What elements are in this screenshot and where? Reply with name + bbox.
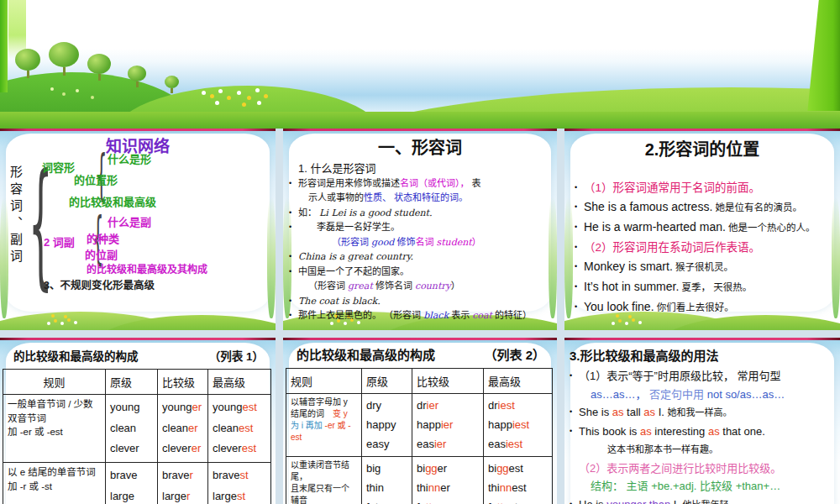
slide-top-line (283, 129, 557, 131)
bullet-icon: • (570, 423, 579, 441)
text-line: • China is a great country. (289, 249, 553, 265)
tree-node: 2 词副 (44, 234, 75, 249)
tree-node: 词容形 (42, 159, 75, 175)
column-header: 比较级 (158, 370, 208, 395)
text-line: • （形容词 good 修饰名词 student） (289, 235, 553, 250)
slide6-body: • （1）表示“等于”时用原级比较， 常用句型 • as…as…， 否定句中用 … (564, 365, 840, 504)
slide6-title: 3.形比较级和最高级的用法 (564, 338, 840, 365)
table-header-row: 规则 原级 比较级 最高级 (286, 369, 553, 394)
slide2-body: • 1. 什么是形容词 • 形容词是用来修饰或描述名词（或代词）， 表 • 示人… (283, 159, 557, 323)
slide-thumbnail-6[interactable]: 3.形比较级和最高级的用法 • （1）表示“等于”时用原级比较， 常用句型 • … (564, 338, 840, 504)
banner-tree-trunk-left-icon (0, 0, 8, 92)
table-header-row: 规则 原级 比较级 最高级 (3, 370, 271, 395)
column-header: 规则 (3, 370, 106, 395)
slide-grid: 知识网络 形容词、副词 { { { 词容形 什么是形 的位置形 的比较级和最高级… (0, 129, 840, 504)
tree-node: 什么是副 (108, 213, 151, 229)
slide5-title: 的比较级和最高级的构成 (297, 345, 435, 363)
comparative-table-1: 规则 原级 比较级 最高级 一般单音节词 / 少数 双音节词 加 -er 或 -… (3, 369, 271, 504)
text-line: • 那件上衣是黑色的。 （形容词 black 表示 coat 的特征） (289, 308, 553, 323)
text-line: • Monkey is smart. 猴子很机灵。 (575, 257, 837, 277)
bullet-icon: • (289, 206, 298, 221)
slide4-list-tag: （列表 1） (209, 347, 264, 364)
slide3-title: 2.形容词的位置 (564, 129, 840, 160)
text-line: • This book is as interesting as that on… (570, 423, 838, 441)
column-header: 比较级 (412, 369, 484, 394)
text-line: • It’s hot in summer. 夏季， 天很热。 (575, 277, 837, 297)
bullet-icon: • (289, 249, 298, 265)
bullet-icon: • (575, 178, 584, 197)
slide-thumbnail-4[interactable]: 的比较级和最高级的构成 （列表 1） 规则 原级 比较级 最高级 (0, 338, 276, 504)
text-line: • （1）形容词通常用于名词的前面。 (575, 178, 837, 197)
text-line: • She is a famous actress. 她是位有名的演员。 (575, 197, 837, 218)
bullet-icon: • (289, 220, 298, 235)
tree-node: 的种类 (87, 230, 119, 246)
bullet-icon: • (289, 176, 298, 192)
bullet-icon: • (289, 308, 298, 323)
banner-hill-base (0, 112, 840, 129)
tree-icon (165, 76, 179, 93)
bullet-icon: • (289, 265, 298, 280)
table-row: 以辅音字母加 y 结尾的词 变 y 为 i 再加 -er 或 - est dry… (286, 394, 553, 457)
text-line: • She is as tall as I. 她和我一样高。 (570, 403, 838, 423)
slide-thumbnail-2[interactable]: 一、形容词 • 1. 什么是形容词 • 形容词是用来修饰或描述名词（或代词）， … (283, 129, 557, 330)
tree-root-label: 形容词、副词 (7, 165, 24, 266)
tree-icon (49, 42, 79, 76)
slide-thumbnail-5[interactable]: 的比较级和最高级的构成 （列表 2） 规则 原级 比较级 最高级 (283, 338, 557, 504)
slide4-title: 的比较级和最高级的构成 (13, 347, 139, 364)
bullet-icon: • (570, 403, 579, 422)
text-line: • You look fine. 你们看上去很好。 (575, 297, 837, 318)
text-line: • 1. 什么是形容词 (289, 161, 553, 176)
tree-node: 的比较级和最高级 (69, 193, 156, 209)
text-line: • （形容词 great 修饰名词 country） (289, 279, 553, 294)
text-line: • 示人或事物的性质、 状态和特征的词。 (289, 191, 553, 206)
text-line: • 李磊是一名好学生。 (289, 220, 553, 235)
slide-top-line (564, 338, 840, 340)
slide-thumbnail-1[interactable]: 知识网络 形容词、副词 { { { 词容形 什么是形 的位置形 的比较级和最高级… (0, 129, 276, 330)
slide-top-line (283, 338, 557, 340)
text-line: • 这本书和那本书一样有趣。 (570, 440, 838, 459)
text-line: • （2）表示两者之间进行比较时用比较级。 (570, 459, 838, 478)
slide-top-line (0, 129, 276, 131)
table-row: 一般单音节词 / 少数 双音节词 加 -er 或 -est young clea… (3, 395, 271, 463)
slide4-title-row: 的比较级和最高级的构成 （列表 1） (0, 338, 276, 367)
column-header: 最高级 (484, 369, 553, 394)
flowers-icon (50, 87, 54, 91)
table-row: 以重读闭音节结尾， 且末尾只有一个辅音 字母的词 双写这 个辅音字母，再加 - … (286, 457, 553, 504)
text-line: • 如： Li Lei is a good student. (289, 206, 553, 221)
slide2-title: 一、形容词 (283, 129, 557, 159)
text-line: • 结构： 主语 +be.+adj. 比较级 +than+… (570, 477, 838, 496)
tree-icon (87, 54, 111, 81)
decorative-banner (0, 0, 840, 129)
tree-node: 的位副 (85, 246, 118, 262)
column-header: 规则 (286, 369, 362, 394)
slide5-title-row: 的比较级和最高级的构成 （列表 2） (283, 338, 557, 366)
bullet-icon: • (575, 257, 584, 276)
text-line: • as…as…， 否定句中用 not so/as…as… (570, 386, 838, 404)
slide3-body: • （1）形容词通常用于名词的前面。 • She is a famous act… (564, 160, 840, 318)
slide-thumbnail-3[interactable]: 2.形容词的位置 • （1）形容词通常用于名词的前面。 • She is a f… (564, 129, 840, 330)
text-line: • He is younger than I. 他比我年轻。 (570, 496, 838, 504)
tree-node: 的位置形 (74, 171, 118, 187)
text-line: • （1）表示“等于”时用原级比较， 常用句型 (570, 367, 838, 386)
tree-icon (128, 66, 146, 87)
column-header: 原级 (362, 369, 412, 394)
tree-node: 什么是形 (108, 150, 151, 166)
slide5-list-tag: （列表 2） (484, 345, 545, 363)
flowers-icon (202, 91, 206, 95)
text-line: • （2）形容词用在系动词后作表语。 (575, 238, 837, 257)
bullet-icon: • (289, 294, 298, 309)
tree-icon (15, 49, 40, 78)
text-line: • 中国是一个了不起的国家。 (289, 265, 553, 280)
bullet-icon: • (575, 218, 584, 237)
slide-top-line (0, 338, 276, 340)
banner-tree-trunk-right-icon (805, 0, 840, 111)
bullet-icon: • (575, 238, 584, 257)
bullet-icon: • (570, 496, 579, 504)
text-line: • The coat is black. (289, 294, 553, 309)
text-line: • 形容词是用来修饰或描述名词（或代词）， 表 (289, 176, 553, 192)
brace-icon: { (29, 155, 53, 291)
text-line: • He is a warm-hearted man. 他是一个热心的人。 (575, 218, 837, 238)
slide-top-line (564, 129, 840, 131)
table-row: 以 e 结尾的单音节词 加 -r 或 -st brave large safe … (3, 463, 271, 504)
bullet-icon: • (570, 367, 579, 386)
